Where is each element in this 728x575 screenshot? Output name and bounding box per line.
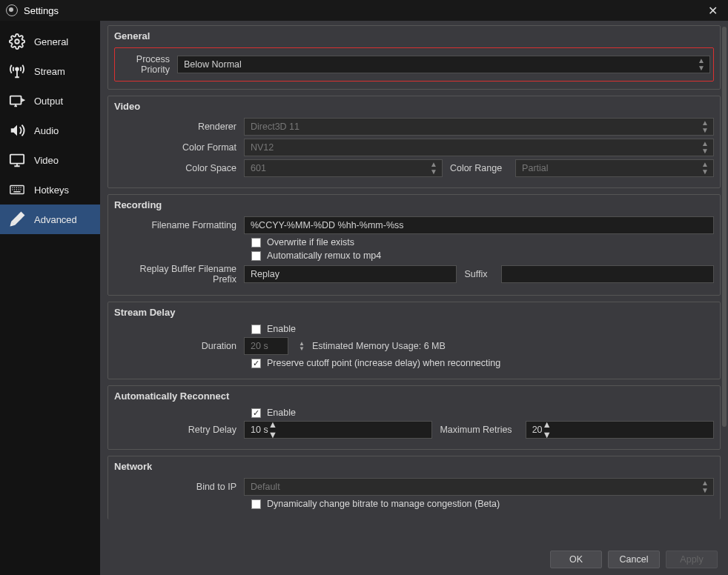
sidebar-item-label: Video xyxy=(34,155,59,166)
color-format-select[interactable]: NV12 ▲▼ xyxy=(244,139,714,156)
scrollbar[interactable] xyxy=(722,27,727,427)
chevron-updown-icon: ▲▼ xyxy=(698,57,705,72)
group-title: Automatically Reconnect xyxy=(114,390,714,402)
sidebar-item-general[interactable]: General xyxy=(0,27,100,56)
renderer-label: Renderer xyxy=(114,122,244,132)
keyboard-icon xyxy=(9,182,25,198)
sidebar-item-advanced[interactable]: Advanced xyxy=(0,205,100,234)
color-space-label: Color Space xyxy=(114,163,244,173)
remux-checkbox[interactable] xyxy=(251,251,261,261)
process-priority-label: Process Priority xyxy=(118,54,177,75)
replay-prefix-label: Replay Buffer Filename Prefix xyxy=(114,264,244,285)
retry-delay-spinner[interactable]: 10 s ▲▼ xyxy=(244,421,432,439)
retry-delay-label: Retry Delay xyxy=(114,425,244,435)
overwrite-label: Overwrite if file exists xyxy=(267,237,354,247)
group-general: General Process Priority Below Normal ▲▼ xyxy=(107,25,721,90)
group-reconnect: Automatically Reconnect Enable Retry Del… xyxy=(107,385,721,450)
sidebar-item-hotkeys[interactable]: Hotkeys xyxy=(0,175,100,205)
replay-prefix-input[interactable] xyxy=(244,265,457,283)
sidebar-item-audio[interactable]: Audio xyxy=(0,116,100,145)
sidebar-item-label: Advanced xyxy=(34,214,77,225)
chevron-updown-icon: ▲▼ xyxy=(268,419,277,440)
group-title: General xyxy=(114,30,714,41)
gear-icon xyxy=(9,33,25,50)
enable-label: Enable xyxy=(267,408,296,418)
content-area: General Process Priority Below Normal ▲▼… xyxy=(100,21,728,575)
group-video: Video Renderer Direct3D 11 ▲▼ Color Form… xyxy=(107,96,721,188)
chevron-updown-icon: ▲▼ xyxy=(701,119,709,134)
tools-icon xyxy=(9,211,25,227)
filename-formatting-input[interactable] xyxy=(244,216,714,234)
reconnect-enable-checkbox[interactable] xyxy=(251,408,261,418)
filename-formatting-label: Filename Formatting xyxy=(114,220,244,230)
remux-label: Automatically remux to mp4 xyxy=(267,250,381,261)
dynamic-bitrate-label: Dynamically change bitrate to manage con… xyxy=(267,499,500,509)
svg-rect-2 xyxy=(10,96,21,104)
window-title: Settings xyxy=(24,5,59,16)
group-title: Recording xyxy=(114,199,714,210)
cancel-button[interactable]: Cancel xyxy=(608,551,660,568)
process-priority-highlight: Process Priority Below Normal ▲▼ xyxy=(114,47,714,82)
chevron-updown-icon: ▲▼ xyxy=(701,140,709,155)
enable-label: Enable xyxy=(267,324,296,334)
bind-ip-label: Bind to IP xyxy=(114,482,244,492)
chevron-updown-icon: ▲▼ xyxy=(701,479,709,494)
monitor-icon xyxy=(9,152,25,168)
chevron-updown-icon: ▲▼ xyxy=(543,419,552,440)
sidebar: General Stream Output Audio Video xyxy=(0,21,100,575)
color-range-label: Color Range xyxy=(450,163,508,173)
sidebar-item-video[interactable]: Video xyxy=(0,145,100,175)
dialog-footer: OK Cancel Apply xyxy=(100,544,728,575)
svg-point-0 xyxy=(15,39,19,44)
group-network: Network Bind to IP Default ▲▼ Dynamicall… xyxy=(107,456,721,519)
chevron-updown-icon: ▲▼ xyxy=(430,161,437,176)
svg-point-1 xyxy=(16,67,19,70)
sidebar-item-label: Stream xyxy=(34,66,65,77)
group-stream-delay: Stream Delay Enable Duration 20 s ▲▼ Est… xyxy=(107,302,721,379)
sidebar-item-output[interactable]: Output xyxy=(0,86,100,116)
group-title: Stream Delay xyxy=(114,307,714,318)
chevron-updown-icon: ▲▼ xyxy=(701,161,709,176)
close-icon[interactable]: ✕ xyxy=(704,4,722,18)
color-range-select[interactable]: Partial ▲▼ xyxy=(515,159,714,177)
stream-delay-enable-checkbox[interactable] xyxy=(251,325,261,334)
group-recording: Recording Filename Formatting Overwrite … xyxy=(107,194,721,296)
spinner-arrows-icon[interactable]: ▲▼ xyxy=(299,341,305,351)
sidebar-item-label: Audio xyxy=(34,125,59,136)
sidebar-item-label: Output xyxy=(34,96,63,107)
svg-rect-3 xyxy=(10,155,24,164)
ok-button[interactable]: OK xyxy=(550,551,602,568)
max-retries-label: Maximum Retries xyxy=(440,425,517,435)
sidebar-item-label: Hotkeys xyxy=(34,185,69,196)
preserve-cutoff-checkbox[interactable] xyxy=(251,359,261,368)
sidebar-item-stream[interactable]: Stream xyxy=(0,56,100,86)
apply-button[interactable]: Apply xyxy=(666,551,718,568)
duration-label: Duration xyxy=(114,341,244,351)
output-icon xyxy=(9,93,25,109)
sidebar-item-label: General xyxy=(34,36,68,47)
bind-ip-select[interactable]: Default ▲▼ xyxy=(244,478,714,496)
speaker-icon xyxy=(9,122,25,139)
app-logo-icon xyxy=(6,4,18,16)
suffix-input[interactable] xyxy=(501,265,714,283)
suffix-label: Suffix xyxy=(464,269,493,279)
color-space-select[interactable]: 601 ▲▼ xyxy=(244,159,443,177)
group-title: Video xyxy=(114,101,714,112)
dynamic-bitrate-checkbox[interactable] xyxy=(251,499,261,509)
title-bar: Settings ✕ xyxy=(0,0,728,21)
max-retries-spinner[interactable]: 20 ▲▼ xyxy=(526,421,714,439)
memory-usage-label: Estimated Memory Usage: 6 MB xyxy=(312,341,451,351)
antenna-icon xyxy=(9,63,25,79)
process-priority-select[interactable]: Below Normal ▲▼ xyxy=(177,56,710,73)
duration-spinner[interactable]: 20 s xyxy=(244,337,288,355)
preserve-label: Preserve cutoff point (increase delay) w… xyxy=(267,358,500,368)
overwrite-checkbox[interactable] xyxy=(251,238,261,247)
color-format-label: Color Format xyxy=(114,142,244,153)
group-title: Network xyxy=(114,461,714,472)
renderer-select[interactable]: Direct3D 11 ▲▼ xyxy=(244,118,714,136)
